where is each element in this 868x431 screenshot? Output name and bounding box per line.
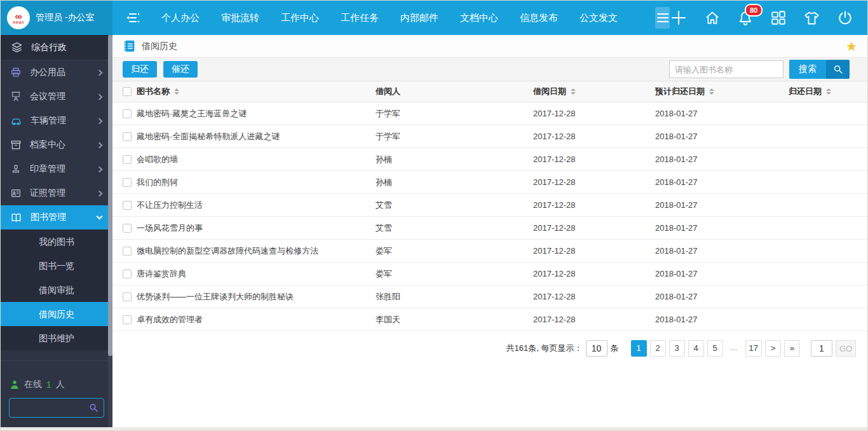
sort-icon[interactable]	[826, 88, 831, 95]
sidebar-item-办公用品[interactable]: 办公用品	[1, 60, 112, 85]
page-button-2[interactable]: 2	[650, 340, 666, 357]
cell-borrower: 于学军	[376, 108, 533, 120]
book-search-input[interactable]	[669, 60, 783, 78]
page-size-unit: 条	[611, 343, 619, 354]
page-button-5[interactable]: 5	[707, 340, 723, 357]
chevron-right-icon	[97, 142, 103, 148]
row-checkbox[interactable]	[123, 224, 132, 233]
table-row: 我们的荆轲孙楠2017-12-282018-01-27	[112, 171, 867, 194]
sidebar-scrollbar-thumb[interactable]	[108, 35, 112, 356]
table-row: 藏地密码·藏獒之王海蓝兽之谜于学军2017-12-282018-01-27	[112, 102, 867, 125]
row-checkbox[interactable]	[123, 315, 132, 324]
sidebar-subitem-借阅审批[interactable]: 借阅审批	[1, 278, 112, 302]
apps-grid-icon[interactable]	[770, 10, 787, 26]
top-navigation: 个人办公审批流转工作中心工作任务内部邮件文档中心信息发布公文发文	[151, 1, 628, 35]
search-button[interactable]: 搜索	[789, 60, 826, 79]
sidebar-subitem-借阅历史[interactable]: 借阅历史	[1, 302, 112, 326]
nav-item-5[interactable]: 内部邮件	[390, 1, 449, 35]
home-icon[interactable]	[704, 10, 721, 26]
sidebar-subitem-图书维护[interactable]: 图书维护	[1, 326, 112, 350]
column-header-图书名称: 图书名称	[137, 86, 376, 97]
row-checkbox[interactable]	[123, 155, 132, 164]
page-button-1[interactable]: 1	[631, 340, 647, 357]
sidebar-subitem-图书一览[interactable]: 图书一览	[1, 254, 112, 278]
notebook-icon	[123, 39, 136, 53]
logout-power-icon[interactable]	[837, 10, 853, 26]
table-row: 优势谈判——一位王牌谈判大师的制胜秘诀张胜阳2017-12-282018-01-…	[112, 285, 867, 308]
row-checkbox[interactable]	[123, 292, 132, 301]
table-row: 唐诗鉴赏辞典娄军2017-12-282018-01-27	[112, 263, 867, 285]
sidebar-item-label: 办公用品	[30, 67, 97, 78]
nav-item-3[interactable]: 工作中心	[270, 1, 330, 35]
theme-shirt-icon[interactable]	[803, 10, 820, 27]
nav-item-6[interactable]: 文档中心	[449, 1, 509, 35]
nav-item-7[interactable]: 信息发布	[509, 1, 569, 35]
sidebar-item-图书管理[interactable]: 图书管理	[1, 205, 112, 229]
go-button[interactable]: GO	[836, 340, 856, 357]
sidebar-search-icon[interactable]	[88, 402, 99, 416]
cell-borrower: 李国天	[376, 314, 533, 325]
cell-book-name: 我们的荆轲	[137, 177, 376, 188]
select-all-checkbox[interactable]	[123, 87, 132, 96]
sidebar-subitem-我的图书[interactable]: 我的图书	[1, 229, 112, 254]
cell-borrower: 娄军	[376, 268, 533, 280]
search-magnifier-icon[interactable]	[826, 60, 850, 79]
notification-count-badge: 80	[745, 4, 763, 17]
sort-up-arrow	[571, 88, 576, 91]
notifications-bell-icon[interactable]: 80	[737, 10, 754, 26]
nav-item-1[interactable]: 个人办公	[151, 1, 210, 35]
sort-icon[interactable]	[174, 88, 179, 95]
cell-due-date: 2018-01-27	[655, 132, 789, 141]
sidebar-item-档案中心[interactable]: 档案中心	[1, 133, 112, 157]
table-row: 微电脑控制的新型空调器故障代码速查与检修方法娄军2017-12-282018-0…	[112, 240, 867, 263]
sidebar-divider	[1, 360, 112, 361]
column-header-归还日期: 归还日期	[789, 86, 867, 97]
row-checkbox-cell	[112, 155, 137, 164]
cell-borrow-date: 2017-12-28	[533, 223, 655, 233]
row-checkbox[interactable]	[123, 247, 132, 256]
cell-borrow-date: 2017-12-28	[533, 269, 655, 278]
nav-item-2[interactable]: 审批流转	[210, 1, 270, 35]
table-row: 不让压力控制生活艾雪2017-12-282018-01-27	[112, 194, 867, 217]
app-logo-icon[interactable]: ∞ 华天动力	[7, 6, 30, 29]
sidebar-item-印章管理[interactable]: 印章管理	[1, 157, 112, 181]
cell-due-date: 2018-01-27	[655, 200, 789, 210]
row-checkbox-cell	[112, 315, 137, 324]
cell-due-date: 2018-01-27	[655, 315, 789, 324]
nav-item-4[interactable]: 工作任务	[330, 1, 390, 35]
collapse-menu-icon[interactable]	[125, 11, 142, 24]
sidebar-section-header[interactable]: 综合行政	[1, 35, 112, 60]
remind-button[interactable]: 催还	[163, 61, 198, 78]
menu-icon[interactable]	[655, 7, 670, 29]
page-size-input[interactable]	[586, 340, 607, 357]
cell-borrower: 艾雪	[376, 222, 533, 234]
sidebar-item-证照管理[interactable]: 证照管理	[1, 181, 112, 205]
layers-icon	[11, 41, 23, 53]
goto-page-input[interactable]	[811, 340, 832, 357]
cell-due-date: 2018-01-27	[655, 292, 789, 301]
return-button[interactable]: 归还	[123, 61, 157, 78]
sort-up-arrow	[826, 88, 831, 91]
next-page-button[interactable]: >	[765, 340, 781, 357]
page-button-3[interactable]: 3	[669, 340, 685, 357]
row-checkbox[interactable]	[123, 109, 132, 118]
add-icon[interactable]	[670, 9, 688, 27]
sort-icon[interactable]	[709, 88, 714, 95]
favorite-star-icon[interactable]: ★	[846, 40, 857, 53]
page-button-17[interactable]: 17	[745, 340, 762, 357]
meeting-icon	[10, 91, 22, 102]
cell-book-name: 优势谈判——一位王牌谈判大师的制胜秘诀	[137, 291, 376, 303]
page-button-4[interactable]: 4	[688, 340, 704, 357]
row-checkbox[interactable]	[123, 132, 132, 141]
row-checkbox[interactable]	[123, 270, 132, 278]
sidebar-item-会议管理[interactable]: 会议管理	[1, 85, 112, 109]
row-checkbox[interactable]	[123, 201, 132, 210]
nav-item-8[interactable]: 公文发文	[569, 1, 628, 35]
cell-book-name: 一场风花雪月的事	[137, 222, 376, 234]
last-page-button[interactable]: »	[784, 340, 800, 357]
brand-area: ∞ 华天动力 管理员 -办公室	[1, 1, 112, 35]
row-checkbox[interactable]	[123, 178, 132, 187]
sort-icon[interactable]	[571, 88, 576, 95]
sidebar-item-车辆管理[interactable]: 车辆管理	[1, 109, 112, 133]
column-header-预计归还日期: 预计归还日期	[655, 86, 789, 97]
